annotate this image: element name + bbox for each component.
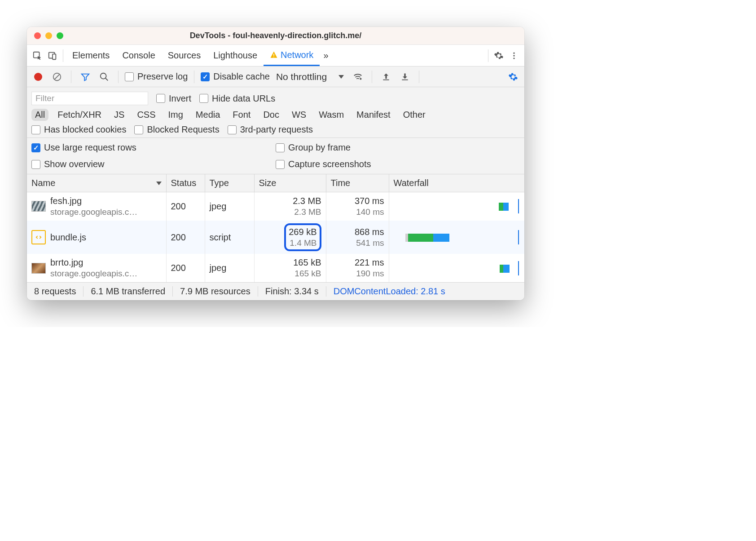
status-requests: 8 requests	[27, 286, 84, 297]
type-chip-other[interactable]: Other	[400, 109, 429, 121]
show-overview-checkbox[interactable]: Show overview	[31, 159, 276, 169]
svg-rect-2	[53, 54, 56, 59]
window-title: DevTools - foul-heavenly-direction.glitc…	[27, 31, 524, 40]
col-name[interactable]: Name	[27, 174, 166, 192]
col-waterfall[interactable]: Waterfall	[389, 174, 524, 192]
filter-icon[interactable]	[78, 69, 93, 84]
table-row[interactable]: brrto.jpgstorage.googleapis.c… 200 jpeg …	[27, 254, 524, 282]
svg-rect-3	[273, 54, 274, 56]
settings-icon[interactable]	[491, 48, 506, 63]
svg-point-7	[513, 58, 514, 59]
type-chip-ws[interactable]: WS	[288, 109, 310, 121]
status-finish: Finish: 3.34 s	[258, 286, 326, 297]
svg-rect-4	[273, 57, 274, 58]
network-settings-icon[interactable]	[505, 69, 521, 84]
type-chip-img[interactable]: Img	[165, 109, 187, 121]
devtools-window: DevTools - foul-heavenly-direction.glitc…	[27, 27, 524, 300]
resource-type-filter: AllFetch/XHRJSCSSImgMediaFontDocWSWasmMa…	[31, 107, 520, 123]
type-chip-doc[interactable]: Doc	[259, 109, 283, 121]
status-transferred: 6.1 MB transferred	[84, 286, 173, 297]
table-row[interactable]: bundle.js 200 script 269 kB1.4 MB 868 ms…	[27, 221, 524, 254]
inspect-element-icon[interactable]	[30, 48, 45, 63]
svg-point-5	[513, 52, 514, 53]
status-resources: 7.9 MB resources	[173, 286, 258, 297]
chevron-down-icon	[338, 75, 344, 79]
network-options: Use large request rows Group by frame Sh…	[27, 138, 524, 174]
filter-input[interactable]: Filter	[31, 92, 148, 105]
has-blocked-cookies-checkbox[interactable]: Has blocked cookies	[31, 124, 126, 135]
group-by-frame-checkbox[interactable]: Group by frame	[276, 142, 520, 153]
status-bar: 8 requests 6.1 MB transferred 7.9 MB res…	[27, 282, 524, 300]
throttling-select[interactable]: No throttling	[273, 71, 347, 82]
tab-elements[interactable]: Elements	[66, 45, 116, 66]
network-conditions-icon[interactable]	[350, 69, 365, 84]
svg-point-10	[360, 78, 362, 80]
filter-bar: Filter Invert Hide data URLs AllFetch/XH…	[27, 87, 524, 138]
tab-console[interactable]: Console	[116, 45, 161, 66]
col-size[interactable]: Size	[254, 174, 326, 192]
device-toolbar-icon[interactable]	[45, 48, 60, 63]
tab-lighthouse[interactable]: Lighthouse	[207, 45, 264, 66]
download-har-icon[interactable]	[397, 69, 413, 84]
type-chip-js[interactable]: JS	[110, 109, 128, 121]
warning-icon	[270, 51, 278, 59]
titlebar: DevTools - foul-heavenly-direction.glitc…	[27, 27, 524, 45]
preserve-log-checkbox[interactable]: Preserve log	[125, 71, 188, 82]
kebab-menu-icon[interactable]	[506, 48, 522, 63]
tab-sources[interactable]: Sources	[162, 45, 207, 66]
type-chip-fetchxhr[interactable]: Fetch/XHR	[54, 109, 105, 121]
col-status[interactable]: Status	[166, 174, 205, 192]
large-rows-checkbox[interactable]: Use large request rows	[31, 142, 276, 153]
svg-point-6	[513, 55, 514, 56]
type-chip-css[interactable]: CSS	[133, 109, 159, 121]
record-button[interactable]	[31, 69, 46, 84]
table-row[interactable]: fesh.jpgstorage.googleapis.c… 200 jpeg 2…	[27, 192, 524, 221]
panel-tabs: Elements Console Sources Lighthouse Netw…	[27, 45, 524, 67]
more-tabs-button[interactable]: »	[320, 45, 332, 66]
upload-har-icon[interactable]	[378, 69, 394, 84]
type-chip-font[interactable]: Font	[229, 109, 254, 121]
col-type[interactable]: Type	[205, 174, 254, 192]
network-toolbar: Preserve log Disable cache No throttling	[27, 67, 524, 87]
capture-screenshots-checkbox[interactable]: Capture screenshots	[276, 159, 520, 169]
type-chip-media[interactable]: Media	[192, 109, 224, 121]
invert-checkbox[interactable]: Invert	[156, 93, 191, 104]
status-dcl: DOMContentLoaded: 2.81 s	[326, 286, 453, 297]
blocked-requests-checkbox[interactable]: Blocked Requests	[134, 124, 219, 135]
sort-desc-icon	[156, 182, 162, 185]
col-time[interactable]: Time	[326, 174, 389, 192]
disable-cache-checkbox[interactable]: Disable cache	[201, 71, 270, 82]
third-party-checkbox[interactable]: 3rd-party requests	[228, 124, 313, 135]
tab-network[interactable]: Network	[264, 45, 320, 66]
search-icon[interactable]	[97, 69, 112, 84]
type-chip-all[interactable]: All	[31, 109, 48, 121]
requests-table: Name Status Type Size Time Waterfall fes…	[27, 174, 524, 282]
hide-data-urls-checkbox[interactable]: Hide data URLs	[199, 93, 275, 104]
type-chip-manifest[interactable]: Manifest	[353, 109, 394, 121]
svg-point-9	[101, 73, 106, 79]
clear-button[interactable]	[49, 69, 65, 84]
type-chip-wasm[interactable]: Wasm	[315, 109, 347, 121]
